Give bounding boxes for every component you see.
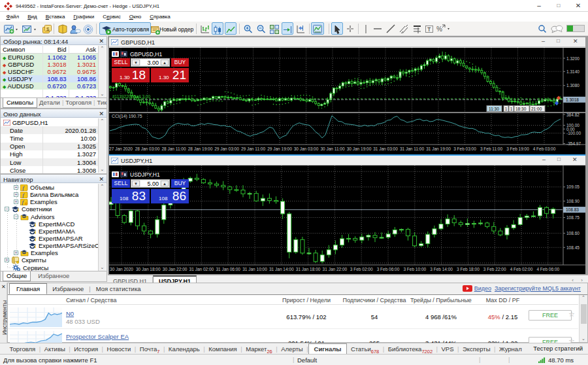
svg-text:31 Jan 11:00: 31 Jan 11:00: [400, 147, 424, 151]
svg-text:1.3200: 1.3200: [566, 56, 580, 61]
svg-text:28 Jan 03:00: 28 Jan 03:00: [135, 147, 160, 151]
svg-text:3 Feb 14:00: 3 Feb 14:00: [430, 267, 453, 271]
svg-text:108.83: 108.83: [566, 207, 579, 212]
svg-text:CCI(14) 190.75: CCI(14) 190.75: [112, 114, 142, 119]
svg-text:27 Jan 2020: 27 Jan 2020: [109, 147, 133, 151]
svg-text:3 Feb 18:00: 3 Feb 18:00: [457, 267, 480, 271]
svg-text:18:30: 18:30: [515, 107, 527, 111]
svg-text:#11392202 sell 3.00: #11392202 sell 3.00: [112, 94, 150, 99]
svg-text:31 Jan 19:00: 31 Jan 19:00: [426, 147, 451, 151]
svg-text:4 Feb 02:00: 4 Feb 02:00: [510, 267, 533, 271]
svg-text:108.60: 108.60: [566, 231, 580, 235]
svg-text:30 Jan 18:00: 30 Jan 18:00: [136, 267, 161, 271]
svg-text:3 Feb 22:00: 3 Feb 22:00: [483, 267, 506, 271]
svg-text:30 Jan 03:00: 30 Jan 03:00: [294, 147, 319, 151]
svg-text:30 Jan 19:00: 30 Jan 19:00: [347, 147, 372, 151]
svg-text:1.3140: 1.3140: [566, 69, 580, 74]
svg-text:108.90: 108.90: [566, 199, 580, 203]
svg-text:$: $: [46, 26, 50, 32]
svg-text:30 Jan 11:00: 30 Jan 11:00: [320, 147, 344, 151]
svg-text:28 Jan 11:00: 28 Jan 11:00: [161, 147, 186, 151]
svg-text:31 Jan 03:00: 31 Jan 03:00: [373, 147, 398, 151]
svg-text:3 Feb 19:00: 3 Feb 19:00: [506, 147, 529, 151]
svg-text:29 Jan 03:00: 29 Jan 03:00: [214, 147, 239, 151]
svg-text:4 Feb 03:00: 4 Feb 03:00: [533, 147, 556, 151]
svg-text:3 Feb 02:00: 3 Feb 02:00: [350, 267, 373, 271]
svg-text:30 Jan 2020: 30 Jan 2020: [110, 267, 133, 271]
svg-text:1.3080: 1.3080: [566, 83, 580, 88]
svg-text:108.75: 108.75: [566, 215, 580, 220]
svg-text:21:00: 21:00: [531, 107, 542, 111]
svg-text:-100.00: -100.00: [566, 131, 581, 135]
svg-text:29 Jan 11:00: 29 Jan 11:00: [241, 147, 265, 151]
svg-text:T: T: [427, 26, 431, 33]
svg-text:29 Jan 19:00: 29 Jan 19:00: [267, 147, 292, 151]
svg-text:11:30: 11:30: [489, 107, 499, 111]
svg-text:108.45: 108.45: [566, 245, 580, 250]
svg-text:1: 1: [510, 107, 513, 111]
svg-text:3 Feb 06:00: 3 Feb 06:00: [377, 267, 400, 271]
svg-text:4 Feb 06:00: 4 Feb 06:00: [536, 267, 559, 271]
svg-text:%: %: [436, 26, 442, 33]
svg-text:1: 1: [505, 107, 508, 111]
svg-text:31 Jan 22:00: 31 Jan 22:00: [323, 267, 348, 271]
svg-text:384.82: 384.82: [566, 113, 580, 117]
svg-text:1.3018: 1.3018: [566, 97, 579, 102]
svg-text:-354.97: -354.97: [566, 141, 581, 146]
svg-text:31 Jan 10:00: 31 Jan 10:00: [242, 267, 267, 271]
svg-text:3 Feb 10:00: 3 Feb 10:00: [403, 267, 426, 271]
svg-text:31 Jan 14:00: 31 Jan 14:00: [269, 267, 294, 271]
svg-text:3 Feb 11:00: 3 Feb 11:00: [480, 147, 503, 151]
svg-text:30 Jan 22:00: 30 Jan 22:00: [163, 267, 188, 271]
svg-text:31 Jan 06:00: 31 Jan 06:00: [216, 267, 240, 271]
svg-text:109.05: 109.05: [566, 184, 580, 189]
svg-text:28 Jan 19:00: 28 Jan 19:00: [188, 147, 213, 151]
svg-text:3 Feb 03:00: 3 Feb 03:00: [453, 147, 476, 151]
svg-text:31 Jan 18:00: 31 Jan 18:00: [296, 267, 321, 271]
svg-text:31 Jan 02:00: 31 Jan 02:00: [189, 267, 214, 271]
